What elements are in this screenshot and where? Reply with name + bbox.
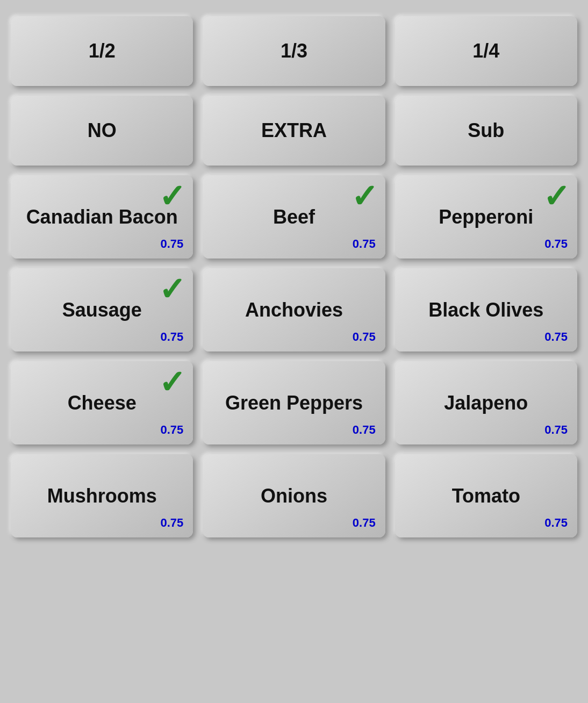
button-row: ✓Sausage0.75Anchovies0.75Black Olives0.7…: [11, 268, 577, 352]
button-label: 1/4: [468, 40, 504, 62]
price-label: 0.75: [544, 237, 568, 251]
button-label: Onions: [256, 485, 332, 507]
button-label: Pepperoni: [434, 206, 537, 228]
button-label: Beef: [269, 206, 319, 228]
button-row: ✓Cheese0.75Green Peppers0.75Jalapeno0.75: [11, 361, 577, 444]
button-row: 1/21/31/4: [11, 16, 577, 86]
checkmark-icon: ✓: [159, 181, 185, 213]
main-container: 1/21/31/4NOEXTRASub✓Canadian Bacon0.75✓B…: [0, 0, 588, 703]
button-label: Green Peppers: [221, 392, 367, 414]
btn-tomato[interactable]: Tomato0.75: [395, 454, 577, 537]
button-label: NO: [83, 119, 121, 142]
button-row: Mushrooms0.75Onions0.75Tomato0.75: [11, 454, 577, 537]
btn-jalapeno[interactable]: Jalapeno0.75: [395, 361, 577, 444]
price-label: 0.75: [161, 237, 184, 251]
price-label: 0.75: [544, 423, 568, 437]
button-row: ✓Canadian Bacon0.75✓Beef0.75✓Pepperoni0.…: [11, 175, 577, 259]
price-label: 0.75: [353, 516, 376, 530]
button-label: Jalapeno: [440, 392, 532, 414]
checkmark-icon: ✓: [351, 181, 378, 213]
btn-anchovies[interactable]: Anchovies0.75: [203, 268, 385, 352]
checkmark-icon: ✓: [159, 274, 185, 306]
button-label: EXTRA: [257, 119, 331, 142]
price-label: 0.75: [544, 330, 568, 344]
button-row: NOEXTRASub: [11, 96, 577, 166]
btn-pepperoni[interactable]: ✓Pepperoni0.75: [395, 175, 577, 259]
btn-quarter[interactable]: 1/4: [395, 16, 577, 86]
price-label: 0.75: [544, 516, 568, 530]
btn-canadian-bacon[interactable]: ✓Canadian Bacon0.75: [11, 175, 193, 259]
price-label: 0.75: [161, 516, 184, 530]
price-label: 0.75: [161, 423, 184, 437]
button-label: Sub: [463, 119, 508, 142]
btn-third[interactable]: 1/3: [203, 16, 385, 86]
button-label: Canadian Bacon: [22, 206, 182, 228]
button-label: Cheese: [63, 392, 141, 414]
btn-sub[interactable]: Sub: [395, 96, 577, 166]
btn-extra[interactable]: EXTRA: [203, 96, 385, 166]
price-label: 0.75: [353, 423, 376, 437]
btn-green-peppers[interactable]: Green Peppers0.75: [203, 361, 385, 444]
button-label: Black Olives: [424, 299, 548, 321]
btn-no[interactable]: NO: [11, 96, 193, 166]
button-label: Mushrooms: [43, 485, 161, 507]
btn-onions[interactable]: Onions0.75: [203, 454, 385, 537]
button-label: 1/2: [84, 40, 120, 62]
button-label: Sausage: [58, 299, 146, 321]
price-label: 0.75: [353, 330, 376, 344]
btn-mushrooms[interactable]: Mushrooms0.75: [11, 454, 193, 537]
checkmark-icon: ✓: [543, 181, 570, 213]
price-label: 0.75: [353, 237, 376, 251]
btn-half[interactable]: 1/2: [11, 16, 193, 86]
button-label: Anchovies: [241, 299, 347, 321]
btn-sausage[interactable]: ✓Sausage0.75: [11, 268, 193, 352]
btn-cheese[interactable]: ✓Cheese0.75: [11, 361, 193, 444]
btn-beef[interactable]: ✓Beef0.75: [203, 175, 385, 259]
btn-black-olives[interactable]: Black Olives0.75: [395, 268, 577, 352]
price-label: 0.75: [161, 330, 184, 344]
checkmark-icon: ✓: [159, 367, 185, 399]
button-label: 1/3: [276, 40, 312, 62]
button-label: Tomato: [448, 485, 525, 507]
